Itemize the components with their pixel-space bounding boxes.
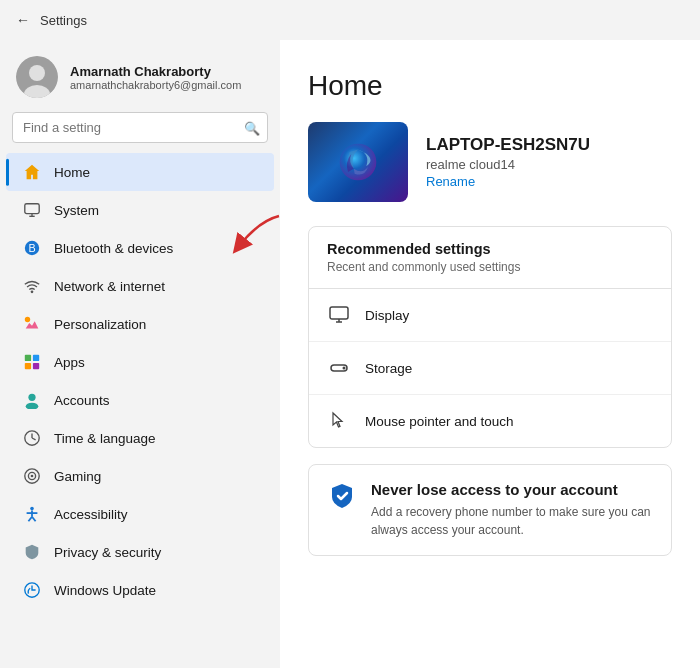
user-info: Amarnath Chakraborty amarnathchakraborty…: [70, 64, 241, 91]
user-email: amarnathchakraborty6@gmail.com: [70, 79, 241, 91]
update-icon: [22, 580, 42, 600]
sidebar-item-label-home: Home: [54, 165, 90, 180]
display-label: Display: [365, 308, 409, 323]
security-title: Never lose access to your account: [371, 481, 653, 498]
display-icon: [327, 303, 351, 327]
sidebar-item-accessibility[interactable]: Accessibility: [6, 495, 274, 533]
main-content: Home: [280, 40, 700, 668]
sidebar-item-label-update: Windows Update: [54, 583, 156, 598]
svg-point-15: [26, 403, 39, 409]
security-text: Never lose access to your account Add a …: [371, 481, 653, 539]
svg-point-14: [28, 394, 35, 401]
sidebar-item-label-bluetooth: Bluetooth & devices: [54, 241, 173, 256]
svg-line-26: [32, 517, 36, 522]
security-description: Add a recovery phone number to make sure…: [371, 503, 653, 539]
svg-point-9: [25, 317, 30, 322]
svg-rect-29: [330, 307, 348, 319]
sidebar-item-personalization[interactable]: Personalization: [6, 305, 274, 343]
sidebar-item-label-privacy: Privacy & security: [54, 545, 161, 560]
user-profile[interactable]: Amarnath Chakraborty amarnathchakraborty…: [0, 40, 280, 112]
sidebar-item-system[interactable]: System: [6, 191, 274, 229]
svg-rect-3: [25, 204, 39, 214]
sidebar-item-privacy[interactable]: Privacy & security: [6, 533, 274, 571]
avatar: [16, 56, 58, 98]
svg-text:B: B: [28, 242, 35, 254]
svg-rect-13: [33, 363, 39, 369]
search-input[interactable]: [12, 112, 268, 143]
device-rename-button[interactable]: Rename: [426, 174, 590, 189]
recommended-title: Recommended settings: [327, 241, 653, 257]
accessibility-icon: [22, 504, 42, 524]
sidebar-item-label-apps: Apps: [54, 355, 85, 370]
sidebar-item-bluetooth[interactable]: B Bluetooth & devices: [6, 229, 274, 267]
titlebar: ← Settings: [0, 0, 700, 40]
sidebar-item-label-accounts: Accounts: [54, 393, 110, 408]
sidebar-item-label-time: Time & language: [54, 431, 156, 446]
svg-line-18: [32, 438, 36, 440]
sidebar-item-accounts[interactable]: Accounts: [6, 381, 274, 419]
sidebar-item-label-system: System: [54, 203, 99, 218]
search-icon: 🔍: [244, 120, 260, 135]
device-details: LAPTOP-ESH2SN7U realme cloud14 Rename: [426, 135, 590, 189]
security-shield-icon: [327, 481, 357, 511]
sidebar-item-gaming[interactable]: Gaming: [6, 457, 274, 495]
sidebar-item-time[interactable]: Time & language: [6, 419, 274, 457]
svg-point-8: [31, 291, 34, 294]
recommended-subtitle: Recent and commonly used settings: [327, 260, 653, 274]
sidebar-item-home[interactable]: Home: [6, 153, 274, 191]
svg-point-22: [30, 507, 34, 511]
titlebar-title: Settings: [40, 13, 87, 28]
svg-point-21: [31, 475, 34, 478]
sidebar-item-apps[interactable]: Apps: [6, 343, 274, 381]
network-icon: [22, 276, 42, 296]
svg-rect-11: [33, 355, 39, 361]
app-container: Amarnath Chakraborty amarnathchakraborty…: [0, 40, 700, 668]
svg-rect-12: [25, 363, 31, 369]
home-icon: [22, 162, 42, 182]
device-card: LAPTOP-ESH2SN7U realme cloud14 Rename: [308, 122, 672, 202]
settings-item-mouse[interactable]: Mouse pointer and touch: [309, 395, 671, 447]
svg-point-1: [29, 65, 45, 81]
user-name: Amarnath Chakraborty: [70, 64, 241, 79]
sidebar-item-label-gaming: Gaming: [54, 469, 101, 484]
sidebar-item-label-network: Network & internet: [54, 279, 165, 294]
back-button[interactable]: ←: [16, 12, 30, 28]
storage-icon: [327, 356, 351, 380]
device-thumbnail: [308, 122, 408, 202]
svg-point-33: [343, 367, 346, 370]
search-box: 🔍: [12, 112, 268, 143]
device-model: realme cloud14: [426, 157, 590, 172]
system-icon: [22, 200, 42, 220]
apps-icon: [22, 352, 42, 372]
settings-item-storage[interactable]: Storage: [309, 342, 671, 395]
sidebar-item-label-personalization: Personalization: [54, 317, 146, 332]
storage-label: Storage: [365, 361, 412, 376]
page-title: Home: [308, 70, 672, 102]
mouse-label: Mouse pointer and touch: [365, 414, 514, 429]
personalization-icon: [22, 314, 42, 334]
privacy-icon: [22, 542, 42, 562]
gaming-icon: [22, 466, 42, 486]
sidebar-item-network[interactable]: Network & internet: [6, 267, 274, 305]
settings-item-display[interactable]: Display: [309, 289, 671, 342]
security-card: Never lose access to your account Add a …: [308, 464, 672, 556]
sidebar-item-update[interactable]: Windows Update: [6, 571, 274, 609]
mouse-pointer-icon: [327, 409, 351, 433]
sidebar: Amarnath Chakraborty amarnathchakraborty…: [0, 40, 280, 668]
svg-rect-10: [25, 355, 31, 361]
sidebar-item-label-accessibility: Accessibility: [54, 507, 128, 522]
windows-logo-icon: [333, 137, 383, 187]
section-header: Recommended settings Recent and commonly…: [309, 227, 671, 289]
bluetooth-icon: B: [22, 238, 42, 258]
accounts-icon: [22, 390, 42, 410]
recommended-settings-card: Recommended settings Recent and commonly…: [308, 226, 672, 448]
time-icon: [22, 428, 42, 448]
svg-point-28: [340, 144, 377, 181]
device-name: LAPTOP-ESH2SN7U: [426, 135, 590, 155]
